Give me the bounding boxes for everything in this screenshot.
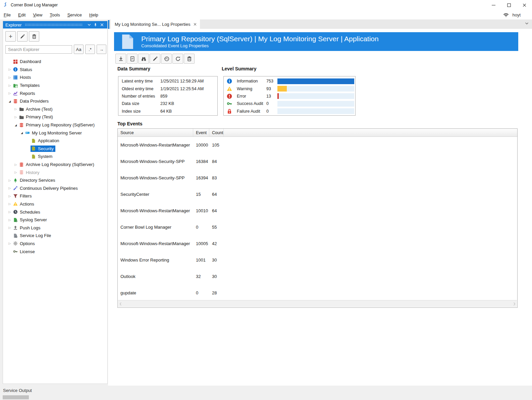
tree-item-templates[interactable]: Templates bbox=[3, 81, 107, 90]
expander-icon[interactable] bbox=[13, 163, 18, 166]
horizontal-scrollbar[interactable] bbox=[118, 300, 517, 307]
tab-close-icon[interactable] bbox=[194, 23, 197, 26]
expander-icon[interactable] bbox=[7, 68, 12, 71]
maximize-button[interactable] bbox=[501, 0, 517, 10]
top-events-row[interactable]: Microsoft-Windows-RestartManager1000542 bbox=[118, 235, 517, 252]
tree-item-archive-test[interactable]: Archive (Test) bbox=[3, 105, 107, 113]
tree-item-data-providers[interactable]: Data Providers bbox=[3, 97, 107, 105]
expander-icon[interactable] bbox=[13, 171, 18, 174]
regex-button[interactable]: .* bbox=[85, 45, 95, 54]
tree-item-directory-services[interactable]: Directory Services bbox=[3, 176, 107, 184]
expander-icon[interactable] bbox=[19, 131, 24, 134]
log-file-icon bbox=[31, 146, 36, 151]
status-label: Service Output bbox=[3, 388, 32, 393]
add-button[interactable]: + bbox=[5, 31, 16, 42]
tree-item-primary-log-repository[interactable]: Primary Log Repository (SqlServer) bbox=[3, 121, 107, 129]
edit-button[interactable] bbox=[17, 31, 28, 42]
tree-item-status[interactable]: Status bbox=[3, 66, 107, 74]
menu-view[interactable]: View bbox=[29, 11, 46, 19]
top-events-row[interactable]: Outlook3230 bbox=[118, 268, 517, 285]
expander-icon[interactable] bbox=[7, 210, 12, 214]
explorer-search-row: Aa .* → bbox=[3, 44, 107, 56]
tab-log-properties[interactable]: My Log Monitoring Se... Log Properties bbox=[111, 19, 200, 29]
search-go-button[interactable]: → bbox=[97, 45, 106, 54]
tree-item-syslog-server[interactable]: Syslog Server bbox=[3, 216, 107, 224]
tree-item-my-log-monitoring-server[interactable]: My Log Monitoring Server bbox=[3, 129, 107, 137]
tree-item-history[interactable]: History bbox=[3, 168, 107, 176]
top-events-row[interactable]: Microsoft-Windows-Security-SPP1638484 bbox=[118, 153, 517, 170]
explorer-title-bar[interactable]: Explorer bbox=[3, 21, 107, 28]
tree-item-security[interactable]: Security bbox=[3, 145, 107, 153]
expander-icon[interactable] bbox=[13, 107, 18, 111]
tree-item-archive-log-repository[interactable]: Archive Log Repository (SqlServer) bbox=[3, 161, 107, 169]
tree-item-license[interactable]: License bbox=[3, 247, 107, 255]
hosts-icon bbox=[13, 75, 18, 80]
expander-icon[interactable] bbox=[7, 100, 12, 103]
top-events-row[interactable]: Corner Bowl Log Manager055 bbox=[118, 219, 517, 235]
explorer-menu-chevron-icon[interactable] bbox=[86, 22, 92, 27]
export-button[interactable] bbox=[115, 54, 126, 64]
tree-item-hosts[interactable]: Hosts bbox=[3, 73, 107, 81]
top-events-row[interactable]: Windows Error Reporting100130 bbox=[118, 252, 517, 268]
explorer-close-icon[interactable] bbox=[99, 22, 105, 27]
top-events-row[interactable]: Microsoft-Windows-RestartManager10000105 bbox=[118, 137, 517, 153]
expander-icon[interactable] bbox=[13, 115, 18, 119]
column-header-count[interactable]: Count bbox=[209, 129, 224, 136]
expander-icon[interactable] bbox=[7, 194, 12, 198]
menu-tools[interactable]: Tools bbox=[46, 11, 63, 19]
tree-item-options[interactable]: Options bbox=[3, 240, 107, 248]
tree-item-service-log-file[interactable]: Service Log File bbox=[3, 232, 107, 240]
delete-button[interactable] bbox=[29, 31, 39, 42]
tree-item-primary-test[interactable]: Primary (Test) bbox=[3, 113, 107, 121]
expander-icon[interactable] bbox=[7, 242, 12, 245]
tree-item-push-logs[interactable]: Push Logs bbox=[3, 224, 107, 232]
scroll-right-icon[interactable] bbox=[513, 302, 516, 306]
refresh-button[interactable] bbox=[172, 54, 183, 64]
close-button[interactable] bbox=[517, 0, 532, 10]
menu-help[interactable]: Help bbox=[86, 11, 102, 19]
search-logs-button[interactable] bbox=[138, 54, 149, 64]
history-button[interactable] bbox=[161, 54, 172, 64]
explorer-drag-texture bbox=[25, 23, 83, 26]
tree-item-application[interactable]: Application bbox=[3, 137, 107, 145]
scroll-left-icon[interactable] bbox=[119, 302, 122, 306]
top-events-row[interactable]: Microsoft-Windows-RestartManager1001064 bbox=[118, 203, 517, 219]
download-icon bbox=[118, 56, 124, 62]
expander-icon[interactable] bbox=[7, 202, 12, 206]
top-events-row[interactable]: gupdate028 bbox=[118, 285, 517, 301]
explorer-panel: Explorer + Aa .* → Dashboard Status Host… bbox=[3, 21, 108, 384]
column-header-event[interactable]: Event bbox=[193, 129, 209, 136]
expander-icon[interactable] bbox=[7, 179, 12, 182]
menu-service[interactable]: Service bbox=[64, 11, 86, 19]
tree-item-dashboard[interactable]: Dashboard bbox=[3, 58, 107, 66]
tree-item-actions[interactable]: Actions bbox=[3, 200, 107, 208]
tree-item-system[interactable]: System bbox=[3, 153, 107, 161]
tab-list-chevron-icon[interactable] bbox=[525, 22, 529, 25]
tree-item-reports[interactable]: Reports bbox=[3, 89, 107, 97]
expander-icon[interactable] bbox=[7, 92, 12, 95]
status-scrollbar-thumb[interactable] bbox=[3, 395, 29, 399]
top-events-row[interactable]: SecurityCenter1564 bbox=[118, 186, 517, 203]
lock-icon bbox=[227, 109, 232, 114]
menu-file[interactable]: File bbox=[0, 11, 14, 19]
tree-item-continuous-delivery-pipelines[interactable]: Continuous Delivery Pipelines bbox=[3, 184, 107, 192]
search-input[interactable] bbox=[5, 45, 72, 54]
tree-item-filters[interactable]: Filters bbox=[3, 192, 107, 200]
report-button[interactable] bbox=[127, 54, 138, 64]
expander-icon[interactable] bbox=[7, 84, 12, 87]
pin-icon[interactable] bbox=[92, 22, 99, 27]
expander-icon[interactable] bbox=[7, 186, 12, 190]
delete-log-button[interactable] bbox=[184, 54, 195, 64]
expander-icon[interactable] bbox=[13, 123, 18, 127]
reports-chart-icon bbox=[13, 91, 18, 96]
expander-icon[interactable] bbox=[7, 218, 12, 222]
column-header-source[interactable]: Source bbox=[118, 129, 193, 136]
edit-properties-button[interactable] bbox=[150, 54, 160, 64]
tree-item-schedules[interactable]: Schedules bbox=[3, 208, 107, 216]
menu-edit[interactable]: Edit bbox=[14, 11, 29, 19]
minimize-button[interactable] bbox=[486, 0, 501, 10]
top-events-row[interactable]: Microsoft-Windows-Security-SPP1639483 bbox=[118, 170, 517, 186]
match-case-button[interactable]: Aa bbox=[74, 45, 84, 54]
expander-icon[interactable] bbox=[7, 76, 12, 79]
expander-icon[interactable] bbox=[7, 226, 12, 229]
